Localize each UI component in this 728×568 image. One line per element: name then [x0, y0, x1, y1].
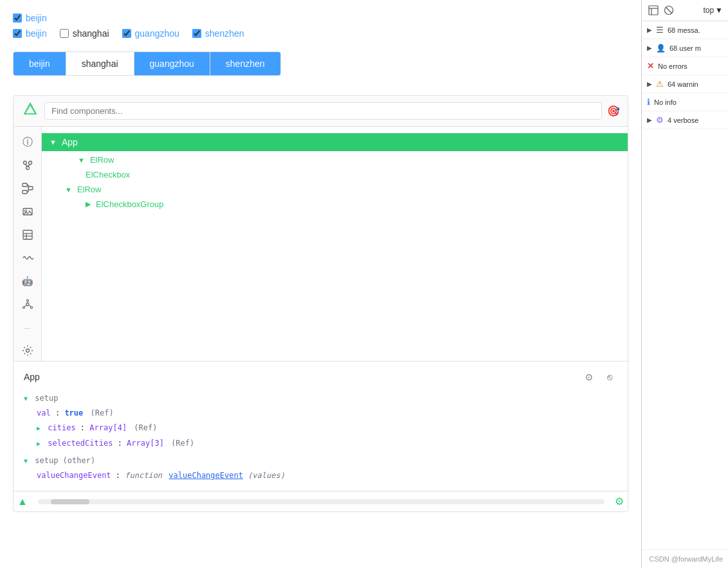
cities-colon: : — [80, 423, 89, 432]
tree-arrow-elcheckboxgroup: ▶ — [86, 200, 91, 208]
checkbox-guangzhou-input[interactable] — [122, 29, 131, 38]
top-checkbox-beijin[interactable]: beijin — [13, 13, 47, 23]
checkbox-guangzhou-label: guangzhou — [135, 28, 179, 39]
user-arrow: ▶ — [647, 44, 652, 51]
val-type: (Ref) — [91, 408, 114, 417]
browser-dropdown-arrow: ▼ — [715, 6, 723, 15]
svg-rect-7 — [23, 183, 27, 187]
console-entry-warnings[interactable]: ▶ ⚠ 64 warnin — [642, 75, 728, 93]
detail-header: App ⊙ ⎋ — [24, 369, 617, 385]
error-icon: ✕ — [647, 61, 654, 71]
devtools-bottom-toolbar: ▲ ⚙ — [14, 491, 628, 511]
checkbox-shenzhen[interactable]: shenzhen — [192, 28, 244, 39]
selected-key: selectedCities — [48, 439, 113, 448]
watermark-text: CSDN @forwardMyLife — [650, 555, 723, 563]
function-key: valueChangeEvent — [37, 471, 111, 480]
target-icon[interactable]: 🎯 — [607, 105, 620, 117]
browser-top-dropdown[interactable]: top ▼ — [703, 6, 723, 15]
tree-label-elcheckboxgroup: ElCheckboxGroup — [96, 199, 164, 209]
tree-label-elrow1: ElRow — [90, 155, 114, 165]
messages-text: 68 messa. — [668, 26, 723, 34]
tree-item-elcheckbox[interactable]: ElCheckbox — [42, 167, 628, 182]
sidebar-icon-components[interactable] — [17, 155, 38, 176]
svg-line-6 — [28, 165, 30, 167]
data-row-other: ▼ setup (other) — [24, 453, 617, 468]
settings-bottom-icon[interactable]: ⚙ — [615, 495, 624, 508]
data-row-function: valueChangeEvent : function valueChangeE… — [37, 468, 617, 483]
val-key: val — [37, 408, 51, 417]
component-search-input[interactable] — [44, 102, 602, 120]
checkbox-guangzhou[interactable]: guangzhou — [122, 28, 179, 39]
scrollbar-thumb[interactable] — [51, 499, 89, 504]
sidebar-icon-image[interactable] — [17, 201, 38, 222]
svg-point-15 — [24, 210, 26, 212]
checkbox-shenzhen-label: shenzhen — [205, 28, 244, 39]
console-entry-verbose[interactable]: ▶ ⚙ 4 verbose — [642, 111, 728, 129]
tree-item-elcheckboxgroup[interactable]: ▶ ElCheckboxGroup — [42, 197, 628, 212]
function-value: function — [125, 471, 162, 480]
browser-toolbar-block[interactable] — [662, 4, 675, 17]
svg-rect-16 — [23, 230, 32, 239]
setup-section-label: setup — [35, 394, 58, 403]
info-icon: ℹ — [647, 97, 650, 107]
detail-open-btn[interactable]: ⎋ — [602, 369, 617, 385]
function-params: (values) — [248, 471, 285, 480]
svg-point-4 — [26, 167, 29, 170]
top-checkbox-label: beijin — [26, 13, 47, 23]
browser-toolbar-elements[interactable] — [647, 4, 660, 17]
sidebar-icon-table[interactable] — [17, 224, 38, 245]
tree-item-elrow-2[interactable]: ▼ ElRow — [42, 182, 628, 197]
checkbox-group: beijin shanghai guangzhou shenzhen — [13, 28, 628, 39]
browser-top-label: top — [703, 6, 714, 15]
tree-label-elcheckbox: ElCheckbox — [86, 170, 130, 179]
sidebar-icon-hierarchy[interactable] — [17, 178, 38, 199]
warning-icon: ⚠ — [656, 79, 664, 89]
console-entries: ▶ ☰ 68 messa. ▶ 👤 68 user m ✕ No errors … — [642, 21, 728, 549]
tree-item-elrow-1[interactable]: ▼ ElRow — [42, 152, 628, 167]
messages-icon: ☰ — [656, 25, 664, 35]
top-checkbox-input[interactable] — [13, 14, 22, 23]
tab-shanghai[interactable]: shanghai — [66, 52, 134, 75]
tree-item-app[interactable]: ▼ App — [42, 133, 628, 151]
devtools-body: ⓘ — [14, 127, 628, 361]
console-entry-info[interactable]: ℹ No info — [642, 93, 728, 111]
errors-text: No errors — [658, 62, 723, 70]
tab-beijin[interactable]: beijin — [14, 52, 66, 75]
console-entry-messages[interactable]: ▶ ☰ 68 messa. — [642, 21, 728, 39]
tab-shenzhen[interactable]: shenzhen — [210, 52, 280, 75]
devtools-sidebar: ⓘ — [14, 127, 42, 361]
checkbox-shanghai-input[interactable] — [60, 29, 69, 38]
detail-download-btn[interactable]: ⊙ — [581, 369, 597, 385]
console-entry-user[interactable]: ▶ 👤 68 user m — [642, 39, 728, 57]
sidebar-icon-robot[interactable]: 🤖 — [17, 271, 38, 291]
checkbox-beijin-input[interactable] — [13, 29, 22, 38]
svg-point-2 — [23, 161, 26, 165]
sidebar-icon-network[interactable] — [17, 294, 38, 315]
vue-bottom-icon[interactable]: ▲ — [17, 496, 28, 508]
checkbox-shenzhen-input[interactable] — [192, 29, 201, 38]
data-row-val: val : true (Ref) — [37, 406, 617, 421]
scrollbar-track — [38, 499, 605, 504]
data-row-setup: ▼ setup — [24, 391, 617, 406]
setup-arrow: ▼ — [24, 395, 28, 402]
verbose-arrow: ▶ — [647, 116, 652, 124]
sidebar-icon-settings[interactable] — [17, 340, 38, 361]
checkbox-beijin[interactable]: beijin — [13, 28, 47, 39]
detail-title: App — [24, 372, 40, 382]
svg-line-26 — [28, 306, 31, 307]
svg-point-3 — [28, 161, 32, 165]
svg-line-5 — [25, 165, 28, 167]
sidebar-icon-info[interactable]: ⓘ — [17, 132, 38, 152]
sidebar-icon-wave[interactable] — [17, 248, 38, 268]
function-name: valueChangeEvent — [168, 471, 243, 480]
verbose-icon: ⚙ — [656, 115, 664, 125]
tab-guangzhou[interactable]: guangzhou — [134, 52, 210, 75]
svg-line-25 — [24, 306, 27, 307]
detail-panel: App ⊙ ⎋ ▼ setup val : true (Ref) — [14, 361, 628, 491]
console-entry-errors[interactable]: ✕ No errors — [642, 57, 728, 75]
svg-line-32 — [666, 7, 672, 14]
val-colon: : — [55, 408, 64, 417]
cities-arrow: ▶ — [37, 425, 41, 432]
checkbox-shanghai[interactable]: shanghai — [60, 28, 109, 39]
checkbox-shanghai-label: shanghai — [73, 28, 109, 39]
